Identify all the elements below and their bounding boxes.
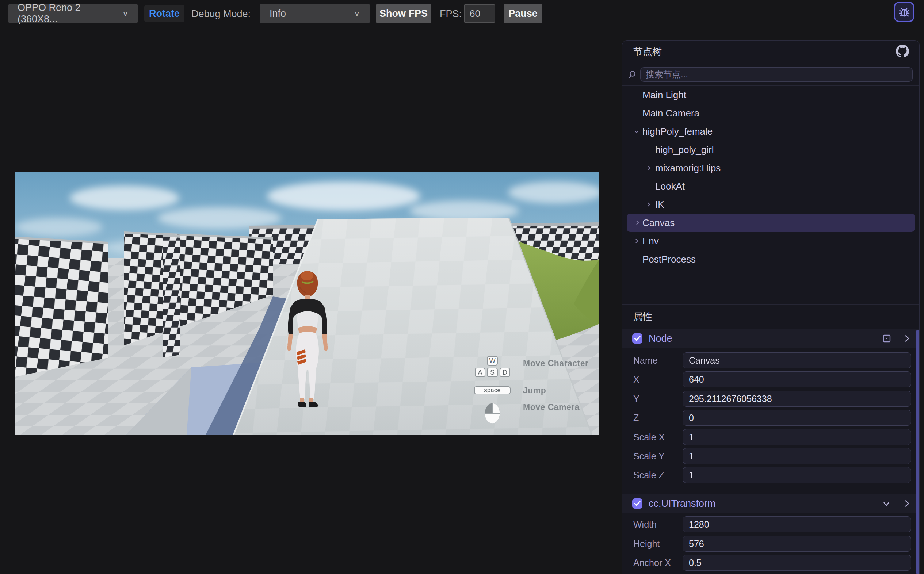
component-name: cc.UITransform [649, 498, 882, 509]
node-tree-title: 节点树 [633, 45, 662, 58]
search-input[interactable] [640, 67, 913, 82]
z-input[interactable] [683, 410, 911, 426]
chevron-down-icon: ∨ [122, 9, 129, 17]
field-scale-z: Scale Z [622, 467, 919, 483]
fps-label: FPS: [440, 0, 462, 28]
y-input[interactable] [683, 391, 911, 407]
mouse-icon [484, 403, 500, 424]
field-y: Y [622, 391, 919, 407]
component-name: Node [649, 333, 883, 344]
node-enabled-checkbox[interactable] [632, 333, 642, 344]
jump-label: Jump [523, 386, 546, 396]
3d-scene [15, 172, 599, 435]
rotate-button[interactable]: Rotate [144, 5, 184, 22]
scale-y-input[interactable] [683, 448, 911, 464]
width-input[interactable] [683, 516, 911, 532]
tree-item-main-light[interactable]: Main Light [622, 86, 919, 104]
node-tree-header: 节点树 [622, 41, 919, 63]
rotate-label: Rotate [149, 8, 180, 19]
height-input[interactable] [683, 536, 911, 552]
debug-mode-label: Debug Mode: [191, 0, 251, 28]
properties-scrollbar[interactable] [916, 330, 919, 574]
scale-x-input[interactable] [683, 429, 911, 445]
tree-item-ik[interactable]: IK [622, 196, 919, 214]
component-header-uitransform: cc.UITransform [622, 494, 919, 513]
field-name: Name [622, 352, 919, 368]
node-tree: Main Light Main Camera highPoly_female h… [622, 86, 919, 268]
chevron-down-icon [633, 128, 640, 135]
tree-item-highpoly-female[interactable]: highPoly_female [622, 122, 919, 140]
component-header-node: Node [622, 329, 919, 348]
scale-z-input[interactable] [683, 467, 911, 483]
tree-item-mixamorig-hips[interactable]: mixamorig:Hips [622, 159, 919, 177]
chevron-down-icon: ∨ [353, 9, 360, 17]
move-character-label: Move Character [523, 359, 589, 368]
pause-label: Pause [508, 8, 538, 19]
tree-item-postprocess[interactable]: PostProcess [622, 250, 919, 268]
tree-item-canvas[interactable]: Canvas [627, 214, 915, 232]
debug-console-toggle-button[interactable] [894, 2, 914, 22]
move-camera-label: Move Camera [523, 402, 580, 412]
uitransform-enabled-checkbox[interactable] [632, 498, 642, 509]
bug-icon [898, 6, 910, 18]
field-scale-x: Scale X [622, 429, 919, 445]
checker-pillar [163, 234, 180, 358]
chevron-right-icon [633, 238, 640, 244]
chevron-down-icon[interactable] [882, 500, 891, 507]
show-fps-label: Show FPS [380, 8, 428, 19]
chevron-right-icon[interactable] [903, 499, 910, 508]
debug-mode-value: Info [270, 8, 286, 19]
game-viewport[interactable]: W A S D space Move Character Jump Move C… [15, 172, 599, 435]
github-icon[interactable] [896, 44, 909, 59]
show-fps-button[interactable]: Show FPS [376, 4, 431, 24]
properties-title: 属性 [633, 311, 652, 323]
tree-item-high-poly-girl[interactable]: high_poly_girl [622, 140, 919, 159]
field-anchor-x: Anchor X [622, 555, 919, 571]
key-space: space [474, 386, 511, 394]
toolbar: OPPO Reno 2 (360X8... ∨ Rotate Debug Mod… [0, 0, 924, 28]
device-select-value: OPPO Reno 2 (360X8... [17, 2, 115, 25]
field-scale-y: Scale Y [622, 448, 919, 464]
fps-input[interactable] [464, 5, 495, 23]
field-width: Width [622, 516, 919, 532]
tree-item-env[interactable]: Env [622, 232, 919, 250]
key-d: D [500, 368, 510, 377]
tree-item-main-camera[interactable]: Main Camera [622, 104, 919, 122]
device-select[interactable]: OPPO Reno 2 (360X8... ∨ [8, 4, 138, 24]
chevron-right-icon [645, 165, 652, 171]
field-x: X [622, 371, 919, 388]
key-a: A [475, 368, 486, 377]
key-s: S [487, 368, 498, 377]
name-input[interactable] [683, 352, 911, 368]
checker-wall-near-left [15, 237, 108, 377]
properties-header: 属性 [622, 304, 919, 329]
key-w: W [487, 356, 498, 366]
pause-button[interactable]: Pause [504, 4, 542, 24]
chevron-right-icon[interactable] [903, 334, 910, 343]
search-row [622, 63, 919, 86]
x-input[interactable] [683, 371, 911, 388]
anchor-x-input[interactable] [683, 555, 911, 571]
field-height: Height [622, 536, 919, 552]
search-icon [628, 71, 636, 79]
field-z: Z [622, 410, 919, 426]
debug-mode-select[interactable]: Info ∨ [260, 4, 370, 24]
box-dot-icon[interactable] [883, 334, 891, 342]
tree-item-lookat[interactable]: LookAt [622, 177, 919, 196]
app-root: OPPO Reno 2 (360X8... ∨ Rotate Debug Mod… [0, 0, 924, 574]
chevron-right-icon [645, 201, 652, 208]
chevron-right-icon [634, 219, 640, 226]
inspector-panel: 节点树 Main Light Main Camera highPoly_fema… [622, 40, 919, 574]
